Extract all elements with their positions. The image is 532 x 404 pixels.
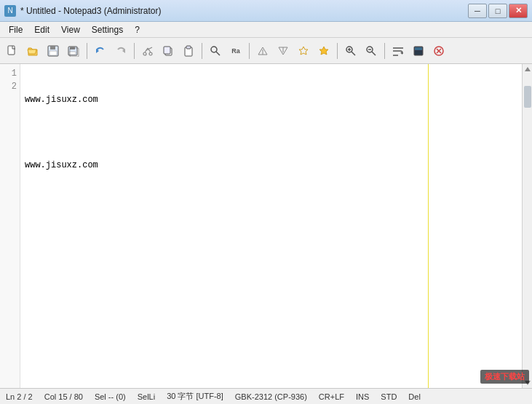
svg-rect-18 (186, 46, 191, 49)
app-icon: N (4, 5, 16, 17)
column-guide (428, 64, 429, 388)
undo-button[interactable] (91, 41, 110, 60)
svg-marker-26 (319, 47, 328, 55)
status-col: Col 15 / 80 (44, 392, 83, 401)
window-controls: ─ □ ✕ (468, 4, 528, 18)
svg-rect-6 (69, 52, 76, 55)
line-number-gutter: 1 2 (0, 64, 20, 388)
bookmark-star-filled-button[interactable] (314, 41, 333, 60)
status-line-ending: CR+LF (319, 392, 344, 401)
editor-content: www.jisuxz.com www.jisuxz.com (20, 64, 522, 201)
new-button[interactable] (3, 41, 22, 60)
svg-rect-2 (50, 46, 55, 49)
maximize-button[interactable]: □ (488, 4, 507, 18)
line-num-1: 1 (0, 67, 17, 80)
svg-marker-35 (400, 52, 402, 55)
status-del: Del (408, 392, 421, 401)
minimize-button[interactable]: ─ (468, 4, 487, 18)
line-num-2: 2 (0, 80, 17, 93)
close-button[interactable]: ✕ (509, 4, 528, 18)
word-wrap-button[interactable] (389, 41, 408, 60)
status-bar: Ln 2 / 2 Col 15 / 80 Sel -- (0) SelLi 30… (0, 388, 532, 404)
close-doc-button[interactable] (429, 41, 448, 60)
color-scheme-button[interactable] (409, 41, 428, 60)
separator-4 (249, 43, 250, 59)
save-all-button[interactable] (64, 41, 83, 60)
replace-icon-label: Ra (231, 47, 240, 55)
paste-button[interactable] (179, 41, 198, 60)
zoom-out-button[interactable] (362, 41, 381, 60)
text-editor[interactable]: www.jisuxz.com www.jisuxz.com (20, 64, 522, 388)
editor-line-2: www.jisuxz.com (25, 159, 517, 172)
svg-marker-43 (525, 67, 531, 71)
svg-rect-16 (164, 47, 170, 54)
svg-rect-38 (415, 47, 422, 50)
menu-view[interactable]: View (55, 23, 86, 36)
toolbar: Ra (0, 38, 532, 64)
copy-button[interactable] (159, 41, 178, 60)
editor-line-1: www.jisuxz.com (25, 93, 517, 106)
svg-line-28 (352, 52, 355, 55)
svg-point-11 (149, 52, 152, 55)
separator-6 (384, 43, 385, 59)
scroll-thumb[interactable] (524, 86, 531, 108)
menu-file[interactable]: File (3, 23, 28, 36)
zoom-in-button[interactable] (341, 41, 360, 60)
open-button[interactable] (23, 41, 42, 60)
svg-rect-3 (49, 51, 57, 55)
watermark: 极速下载站 (480, 370, 529, 384)
redo-button[interactable] (111, 41, 130, 60)
svg-rect-39 (415, 51, 422, 55)
svg-line-20 (216, 52, 220, 55)
svg-point-19 (211, 47, 217, 52)
status-selli: SelLi (138, 392, 155, 401)
save-button[interactable] (44, 41, 63, 60)
watermark-text: 极速下载站 (485, 372, 525, 381)
svg-point-10 (143, 52, 146, 55)
svg-marker-25 (299, 47, 308, 55)
next-bookmark-button[interactable] (274, 41, 293, 60)
status-bytes: 30 字节 [UTF-8] (167, 391, 223, 402)
window-title: * Untitled - Notepad3 (Administrator) (20, 6, 161, 16)
prev-bookmark-button[interactable] (253, 41, 272, 60)
editor-pane: 1 2 www.jisuxz.com www.jisuxz.com (0, 64, 532, 388)
replace-button[interactable]: Ra (226, 41, 245, 60)
vertical-scrollbar[interactable] (522, 64, 532, 388)
cut-button[interactable] (138, 41, 157, 60)
status-sel: Sel -- (0) (95, 392, 126, 401)
status-insert-mode: INS (356, 392, 369, 401)
menu-help[interactable]: ? (129, 23, 146, 36)
separator-2 (134, 43, 135, 59)
svg-line-32 (372, 52, 376, 55)
menu-settings[interactable]: Settings (86, 23, 129, 36)
title-bar: N * Untitled - Notepad3 (Administrator) … (0, 0, 532, 22)
separator-3 (202, 43, 202, 59)
status-encoding: GBK-2312 (CP-936) (235, 392, 307, 401)
scroll-up-button[interactable] (524, 64, 531, 74)
status-std: STD (381, 392, 397, 401)
separator-1 (87, 43, 87, 59)
find-button[interactable] (206, 41, 225, 60)
menu-edit[interactable]: Edit (28, 23, 55, 36)
separator-5 (337, 43, 338, 59)
menu-bar: File Edit View Settings ? (0, 22, 532, 38)
svg-rect-0 (8, 46, 15, 55)
status-line: Ln 2 / 2 (6, 392, 33, 401)
bookmark-star-button[interactable] (294, 41, 313, 60)
